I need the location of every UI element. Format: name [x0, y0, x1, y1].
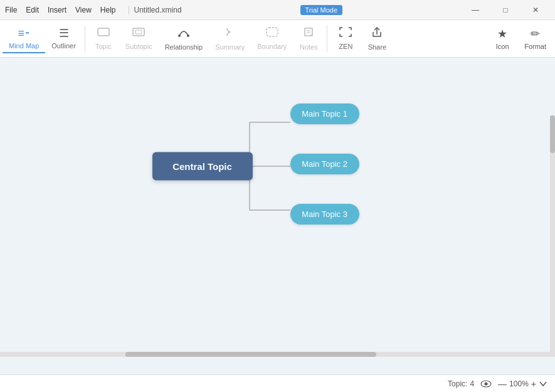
toolbar: ≡⁃ Mind Map ☰ Outliner Topic Subtopic Re… [0, 20, 555, 58]
close-button[interactable]: ✕ [521, 0, 550, 20]
zen-icon [339, 26, 352, 41]
statusbar: Topic: 4 — 100% + [0, 374, 555, 392]
menu-view[interactable]: View [75, 6, 92, 14]
relationship-label: Relationship [165, 43, 203, 51]
menu-insert[interactable]: Insert [48, 6, 66, 14]
insert-tools-group: Topic Subtopic Relationship Summary Boun… [88, 20, 325, 57]
eye-icon [480, 379, 492, 388]
boundary-label: Boundary [257, 43, 287, 50]
outliner-view-button[interactable]: ☰ Outliner [45, 24, 82, 53]
topic1-node[interactable]: Main Topic 1 [290, 103, 359, 124]
share-button[interactable]: Share [361, 23, 393, 55]
subtopic-tool-button[interactable]: Subtopic [119, 24, 159, 54]
topic-icon [97, 26, 110, 41]
format-panel-icon: ✏ [531, 27, 540, 41]
boundary-tool-button[interactable]: Boundary [251, 24, 293, 54]
trial-badge: Trial Mode [300, 5, 343, 15]
topic-count-item: Topic: 4 [448, 379, 474, 388]
notes-label: Notes [300, 43, 318, 51]
maximize-button[interactable]: □ [491, 0, 520, 20]
notes-tool-button[interactable]: Notes [293, 23, 324, 55]
outliner-icon: ☰ [59, 26, 69, 40]
mindmap-view-button[interactable]: ≡⁃ Mind Map [3, 24, 45, 53]
document-title: Untitled.xmind [129, 6, 182, 14]
svg-rect-5 [267, 28, 278, 36]
svg-point-4 [187, 34, 189, 37]
scrollbar-vertical-thumb[interactable] [550, 115, 555, 153]
zen-share-group: ZEN Share [330, 20, 393, 57]
zoom-chevron-icon[interactable] [539, 379, 547, 388]
zoom-control: — 100% + [498, 379, 547, 389]
mindmap-icon: ≡⁃ [18, 26, 30, 40]
format-panel-label: Format [524, 43, 546, 50]
summary-tool-button[interactable]: Summary [209, 23, 251, 55]
minimize-button[interactable]: — [461, 0, 490, 20]
svg-point-3 [178, 34, 181, 37]
toolbar-divider-2 [327, 25, 327, 52]
visibility-toggle[interactable] [480, 379, 492, 388]
scrollbar-horizontal[interactable] [0, 352, 555, 357]
view-toggle-group: ≡⁃ Mind Map ☰ Outliner [3, 20, 82, 57]
panel-tools: ★ Icon ✏ Format [481, 20, 552, 57]
zoom-in-button[interactable]: + [531, 379, 536, 389]
summary-icon [223, 26, 237, 41]
zen-button[interactable]: ZEN [330, 24, 361, 54]
zoom-level: 100% [509, 379, 529, 388]
topic-tool-button[interactable]: Topic [88, 24, 119, 54]
mindmap-label: Mind Map [9, 42, 39, 50]
titlebar-left: File Edit Insert View Help Untitled.xmin… [5, 6, 182, 14]
scrollbar-horizontal-thumb[interactable] [125, 352, 376, 357]
topic-label: Topic [95, 43, 112, 50]
zoom-out-button[interactable]: — [498, 379, 507, 389]
relationship-tool-button[interactable]: Relationship [159, 23, 209, 55]
toolbar-divider-1 [85, 25, 85, 52]
menu-edit[interactable]: Edit [26, 6, 39, 14]
icon-panel-label: Icon [496, 43, 509, 50]
subtopic-label: Subtopic [125, 43, 152, 50]
menu-help[interactable]: Help [100, 6, 116, 14]
svg-rect-0 [98, 28, 109, 36]
central-topic-node[interactable]: Central Topic [152, 152, 253, 180]
svg-rect-2 [135, 30, 142, 34]
share-icon [370, 26, 384, 41]
menu-bar: File Edit Insert View Help [5, 6, 116, 14]
boundary-icon [265, 26, 279, 41]
summary-label: Summary [215, 43, 245, 51]
svg-point-15 [485, 382, 488, 385]
relationship-icon [177, 26, 191, 41]
topic-count-label: Topic: [448, 379, 467, 388]
zen-label: ZEN [339, 43, 352, 50]
notes-icon [302, 26, 315, 41]
menu-file[interactable]: File [5, 6, 17, 14]
icon-panel-button[interactable]: ★ Icon [487, 24, 518, 53]
scrollbar-vertical[interactable] [550, 115, 555, 352]
format-panel-button[interactable]: ✏ Format [518, 24, 552, 53]
topic-count-value: 4 [470, 379, 474, 388]
icon-panel-icon: ★ [497, 27, 507, 41]
titlebar: File Edit Insert View Help Untitled.xmin… [0, 0, 555, 20]
svg-rect-1 [133, 28, 144, 36]
canvas[interactable]: Central Topic Main Topic 1 Main Topic 2 … [0, 58, 555, 374]
subtopic-icon [132, 26, 145, 41]
window-controls: — □ ✕ [461, 0, 550, 20]
share-label: Share [368, 43, 386, 51]
topic3-node[interactable]: Main Topic 3 [290, 204, 359, 225]
outliner-label: Outliner [51, 42, 76, 50]
topic2-node[interactable]: Main Topic 2 [290, 154, 359, 174]
